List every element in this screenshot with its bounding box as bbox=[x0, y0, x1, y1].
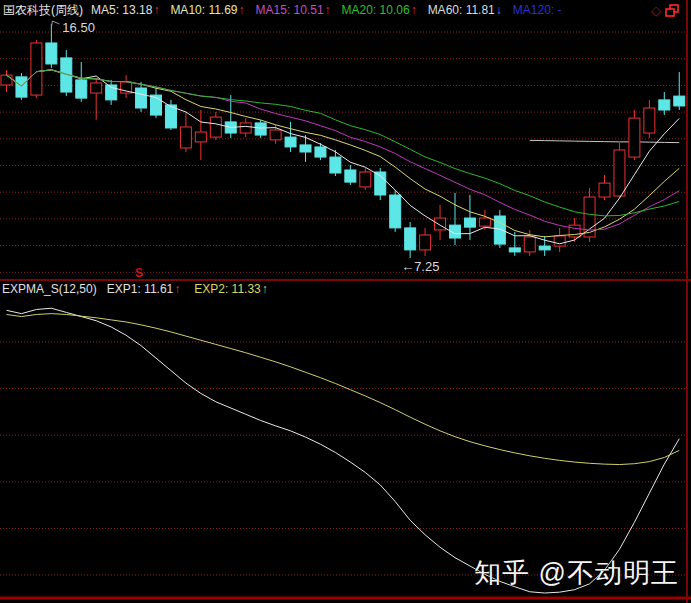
header-icons: ◇ bbox=[651, 2, 681, 19]
exp1-value: 11.61 bbox=[144, 282, 173, 296]
chart-canvas[interactable]: 16.50←7.25S bbox=[0, 0, 691, 603]
candle-42[interactable] bbox=[614, 150, 625, 196]
candle-44[interactable] bbox=[644, 108, 655, 133]
candle-4[interactable] bbox=[46, 43, 57, 64]
ma-indicator-ma60: MA60: 11.81↓ bbox=[428, 3, 502, 17]
stock-title: 国农科技(周线) bbox=[3, 2, 83, 19]
candle-14[interactable] bbox=[195, 132, 206, 142]
candle-18[interactable] bbox=[255, 123, 266, 135]
candle-41[interactable] bbox=[599, 183, 610, 197]
candle-17[interactable] bbox=[240, 123, 251, 133]
candle-24[interactable] bbox=[345, 170, 356, 182]
candle-3[interactable] bbox=[31, 43, 42, 95]
candle-28[interactable] bbox=[405, 228, 416, 250]
candle-22[interactable] bbox=[315, 147, 326, 157]
ma-indicator-ma15: MA15: 10.51↑ bbox=[256, 3, 331, 17]
candle-34[interactable] bbox=[494, 216, 505, 244]
low-price-label: ←7.25 bbox=[401, 259, 439, 274]
exp1-line bbox=[7, 308, 680, 593]
candle-23[interactable] bbox=[330, 157, 341, 173]
ma-indicators: MA5: 13.18↑MA10: 11.69↑MA15: 10.51↑MA20:… bbox=[91, 3, 573, 17]
stock-chart-window: 国农科技(周线) MA5: 13.18↑MA10: 11.69↑MA15: 10… bbox=[0, 0, 691, 603]
candle-10[interactable] bbox=[136, 88, 147, 108]
candle-38[interactable] bbox=[554, 236, 565, 246]
candle-2[interactable] bbox=[16, 77, 27, 97]
ma-indicator-ma5: MA5: 13.18↑ bbox=[91, 3, 159, 17]
exp2-value: 11.33 bbox=[232, 282, 261, 296]
high-price-label: 16.50 bbox=[62, 20, 95, 35]
signal-marker: S bbox=[135, 266, 143, 280]
restore-window-icon[interactable] bbox=[664, 2, 681, 19]
candle-13[interactable] bbox=[180, 127, 191, 148]
candle-29[interactable] bbox=[420, 235, 431, 250]
exp2-label: EXP2: bbox=[194, 282, 228, 296]
candle-19[interactable] bbox=[270, 130, 281, 140]
candle-35[interactable] bbox=[509, 248, 520, 252]
candle-20[interactable] bbox=[285, 137, 296, 147]
expma-indicator-name: EXPMA_S(12,50) bbox=[2, 282, 97, 296]
ma-indicator-ma10: MA10: 11.69↑ bbox=[170, 3, 244, 17]
candle-6[interactable] bbox=[76, 80, 87, 98]
ma-indicator-ma20: MA20: 10.06↑ bbox=[342, 3, 417, 17]
diamond-icon[interactable]: ◇ bbox=[651, 4, 661, 17]
up-arrow-icon: ↑ bbox=[262, 282, 268, 296]
watermark: 知乎 @不动明王 bbox=[474, 555, 679, 591]
up-arrow-icon: ↑ bbox=[174, 282, 180, 296]
candle-43[interactable] bbox=[629, 118, 640, 157]
candle-15[interactable] bbox=[210, 117, 221, 137]
candle-30[interactable] bbox=[435, 218, 446, 230]
candle-1[interactable] bbox=[1, 75, 12, 85]
ma-indicator-ma120: MA120: - bbox=[513, 3, 563, 17]
indicator-header: 国农科技(周线) MA5: 13.18↑MA10: 11.69↑MA15: 10… bbox=[0, 0, 691, 20]
candle-45[interactable] bbox=[659, 100, 670, 110]
candle-46[interactable] bbox=[674, 96, 685, 106]
candle-25[interactable] bbox=[360, 172, 371, 187]
candle-37[interactable] bbox=[539, 246, 550, 250]
high-flag-line bbox=[51, 21, 59, 28]
candle-36[interactable] bbox=[524, 237, 535, 252]
exp1-label: EXP1: bbox=[107, 282, 141, 296]
candle-7[interactable] bbox=[91, 83, 102, 93]
candle-32[interactable] bbox=[464, 218, 475, 227]
candle-27[interactable] bbox=[390, 195, 401, 228]
candle-33[interactable] bbox=[479, 218, 490, 226]
expma-header: EXPMA_S(12,50) EXP1: 11.61↑ EXP2: 11.33↑ bbox=[0, 281, 691, 296]
candle-21[interactable] bbox=[300, 145, 311, 152]
